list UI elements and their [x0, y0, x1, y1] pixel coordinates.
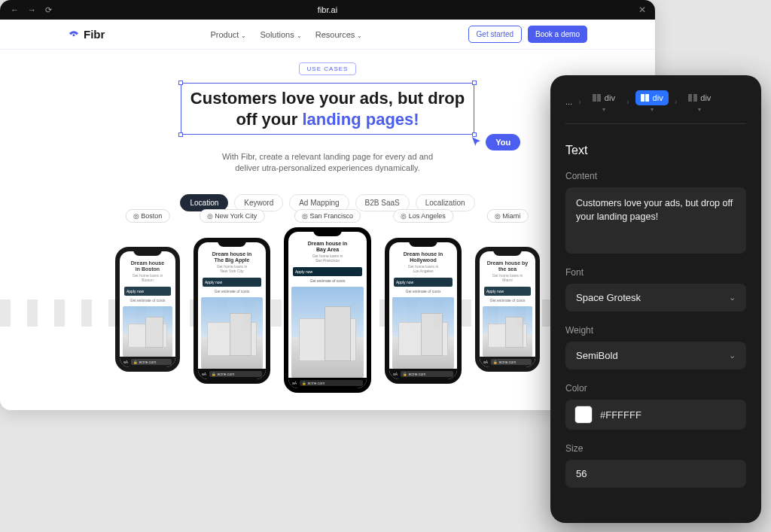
- size-input[interactable]: 56: [565, 460, 746, 488]
- logo[interactable]: Fibr: [68, 28, 105, 41]
- book-demo-button[interactable]: Book a demo: [528, 26, 587, 43]
- headline-text: Customers love your ads, but drop off yo…: [190, 88, 465, 129]
- inspector-panel: ... › div▾ › div▾ › div▾ Text Content Cu…: [550, 75, 761, 523]
- crumb-div[interactable]: div▾: [587, 90, 620, 113]
- breadcrumb: ... › div▾ › div▾ › div▾: [565, 90, 746, 113]
- chevron-down-icon: ▾: [698, 106, 701, 113]
- nav-product[interactable]: Product ⌄: [210, 30, 246, 39]
- phone-mockup: Dream housein Boston Get home loans inBo…: [115, 247, 180, 372]
- selection-handle[interactable]: [178, 81, 183, 85]
- crumb-div-active[interactable]: div▾: [635, 90, 669, 113]
- city-pill: ◎ Boston: [126, 209, 170, 223]
- url-display: fibr.ai: [318, 5, 337, 14]
- nav-solutions[interactable]: Solutions ⌄: [260, 30, 301, 39]
- collaborator-cursor: You: [469, 134, 520, 150]
- logo-text: Fibr: [84, 28, 105, 41]
- forward-icon[interactable]: →: [28, 5, 36, 15]
- phone-mockup: Dream house inThe Big Apple Get home loa…: [194, 238, 270, 384]
- layout-icon: [688, 94, 697, 102]
- weight-label: Weight: [565, 325, 746, 336]
- crumb-ellipsis[interactable]: ...: [565, 97, 572, 106]
- logo-icon: [68, 29, 80, 41]
- city-pill: ◎ New York City: [200, 209, 265, 223]
- chevron-down-icon: ▾: [651, 106, 654, 113]
- crumb-div[interactable]: div▾: [683, 90, 716, 113]
- chevron-right-icon: ›: [675, 97, 678, 106]
- layout-icon: [641, 94, 650, 102]
- cursor-icon: [469, 135, 484, 150]
- reload-icon[interactable]: ⟳: [45, 5, 52, 15]
- chevron-down-icon: ⌄: [729, 293, 736, 302]
- content-label: Content: [565, 171, 746, 181]
- selected-headline[interactable]: Customers love your ads, but drop off yo…: [181, 83, 474, 135]
- font-label: Font: [565, 267, 746, 278]
- phone-mockup: Dream house inHollywood Get home loans i…: [385, 238, 462, 384]
- nav-resources[interactable]: Resources ⌄: [315, 30, 363, 39]
- back-icon[interactable]: ←: [11, 5, 19, 15]
- selection-handle[interactable]: [178, 132, 183, 137]
- font-select[interactable]: Space Grotesk⌄: [565, 284, 746, 312]
- section-title: Text: [565, 144, 746, 157]
- city-pill: ◎ Miami: [487, 209, 529, 223]
- phone-mockup: Dream house bythe sea Get home loans inM…: [475, 247, 540, 372]
- usecase-pill: USE CASES: [299, 62, 357, 75]
- city-pill: ◎ Los Angeles: [393, 209, 453, 223]
- close-icon[interactable]: ✕: [638, 5, 646, 15]
- color-label: Color: [565, 383, 746, 394]
- color-hex: #FFFFFF: [600, 409, 641, 421]
- cursor-label: You: [486, 134, 520, 150]
- phone-mockup: Dream house inBay Area Get home loans in…: [284, 227, 371, 393]
- main-nav: Product ⌄ Solutions ⌄ Resources ⌄: [210, 30, 362, 39]
- city-pill: ◎ San Francisco: [294, 209, 361, 223]
- weight-select[interactable]: SemiBold⌄: [565, 342, 746, 369]
- content-textarea[interactable]: Customers love your ads, but drop off yo…: [565, 187, 746, 254]
- get-started-button[interactable]: Get started: [468, 26, 522, 43]
- site-header: Fibr Product ⌄ Solutions ⌄ Resources ⌄ G…: [0, 20, 655, 50]
- chevron-right-icon: ›: [578, 97, 581, 106]
- selection-handle[interactable]: [472, 81, 477, 85]
- chevron-right-icon: ›: [626, 97, 629, 106]
- chevron-down-icon: ⌄: [729, 351, 736, 360]
- color-swatch[interactable]: [574, 406, 593, 424]
- chevron-down-icon: ▾: [602, 106, 605, 113]
- size-label: Size: [565, 443, 746, 454]
- layout-icon: [593, 94, 602, 102]
- svg-point-0: [72, 34, 75, 36]
- browser-titlebar: ← → ⟳ fibr.ai ✕: [0, 0, 655, 20]
- color-picker[interactable]: #FFFFFF: [565, 400, 746, 430]
